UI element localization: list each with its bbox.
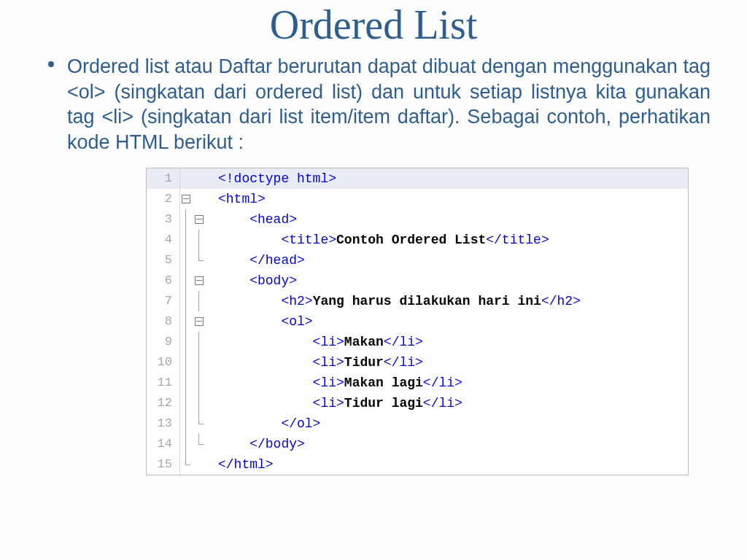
gutter <box>180 209 215 230</box>
gutter <box>180 352 215 373</box>
code-line: 7 <h2>Yang harus dilakukan hari ini</h2> <box>147 291 688 311</box>
fold-end-icon <box>198 413 204 424</box>
fold-end-icon <box>198 434 204 445</box>
code-text: <html> <box>215 189 266 209</box>
gutter <box>180 413 215 434</box>
code-line: 14 </body> <box>147 434 688 454</box>
fold-guide <box>185 393 186 413</box>
line-number: 4 <box>147 230 180 250</box>
gutter <box>180 393 215 413</box>
code-line: 2<html> <box>147 189 688 209</box>
fold-guide <box>185 271 186 291</box>
line-number: 8 <box>147 311 180 332</box>
fold-guide <box>185 332 186 352</box>
gutter <box>180 230 215 250</box>
fold-icon[interactable] <box>195 215 204 224</box>
fold-guide <box>198 352 199 373</box>
fold-end-icon <box>198 250 204 261</box>
paragraph-text: Ordered list atau Daftar berurutan dapat… <box>67 55 711 153</box>
page-title: Ordered List <box>29 0 718 48</box>
code-text: </body> <box>215 434 305 454</box>
line-number: 10 <box>147 352 180 373</box>
gutter <box>180 373 215 393</box>
gutter <box>180 168 215 189</box>
code-line: 12 <li>Tidur lagi</li> <box>147 393 688 413</box>
fold-icon[interactable] <box>195 276 204 285</box>
line-number: 9 <box>147 332 180 352</box>
line-number: 6 <box>147 271 180 291</box>
code-line: 6 <body> <box>147 271 688 291</box>
line-number: 3 <box>147 209 180 230</box>
fold-guide <box>198 291 199 311</box>
fold-guide <box>185 209 186 230</box>
code-text: </html> <box>215 454 274 475</box>
fold-guide <box>185 434 186 454</box>
line-number: 7 <box>147 291 180 311</box>
line-number: 1 <box>147 168 180 189</box>
code-line: 1<!doctype html> <box>147 168 688 189</box>
bullet-icon <box>48 61 54 67</box>
gutter <box>180 454 215 475</box>
code-text: </head> <box>215 250 305 271</box>
gutter <box>180 271 215 291</box>
code-line: 3 <head> <box>147 209 688 230</box>
line-number: 2 <box>147 189 180 209</box>
code-line: 5 </head> <box>147 250 688 271</box>
code-text: <li>Makan</li> <box>215 332 423 352</box>
fold-guide <box>185 413 186 434</box>
code-text: <ol> <box>215 311 313 332</box>
line-number: 5 <box>147 250 180 271</box>
fold-guide <box>198 230 199 250</box>
code-text: <body> <box>215 271 297 291</box>
code-block: 1<!doctype html>2<html>3 <head>4 <title>… <box>146 168 689 475</box>
code-text: <li>Tidur</li> <box>215 352 423 373</box>
fold-guide <box>198 393 199 413</box>
code-text: <li>Makan lagi</li> <box>215 373 462 393</box>
gutter <box>180 250 215 271</box>
code-line: 10 <li>Tidur</li> <box>147 352 688 373</box>
code-line: 15</html> <box>147 454 688 475</box>
fold-guide <box>185 311 186 332</box>
gutter <box>180 434 215 454</box>
code-line: 8 <ol> <box>147 311 688 332</box>
fold-guide <box>185 373 186 393</box>
code-line: 13 </ol> <box>147 413 688 434</box>
fold-icon[interactable] <box>195 317 204 326</box>
line-number: 14 <box>147 434 180 454</box>
code-text: <li>Tidur lagi</li> <box>215 393 462 413</box>
code-line: 4 <title>Contoh Ordered List</title> <box>147 230 688 250</box>
code-text: <!doctype html> <box>215 168 336 189</box>
fold-end-icon <box>185 454 190 465</box>
line-number: 12 <box>147 393 180 413</box>
fold-guide <box>198 373 199 393</box>
code-text: <h2>Yang harus dilakukan hari ini</h2> <box>215 291 581 311</box>
paragraph: Ordered list atau Daftar berurutan dapat… <box>35 54 711 155</box>
fold-guide <box>185 352 186 373</box>
gutter <box>180 291 215 311</box>
line-number: 13 <box>147 413 180 434</box>
gutter <box>180 189 215 209</box>
fold-guide <box>198 332 199 352</box>
line-number: 11 <box>147 373 180 393</box>
fold-guide <box>185 291 186 311</box>
code-text: <title>Contoh Ordered List</title> <box>215 230 549 250</box>
code-text: <head> <box>215 209 297 230</box>
code-line: 9 <li>Makan</li> <box>147 332 688 352</box>
gutter <box>180 311 215 332</box>
fold-icon[interactable] <box>182 195 190 203</box>
fold-guide <box>185 250 186 271</box>
fold-guide <box>185 230 186 250</box>
line-number: 15 <box>147 454 180 475</box>
code-text: </ol> <box>215 413 320 434</box>
gutter <box>180 332 215 352</box>
code-line: 11 <li>Makan lagi</li> <box>147 373 688 393</box>
slide: Ordered List Ordered list atau Daftar be… <box>0 0 747 560</box>
